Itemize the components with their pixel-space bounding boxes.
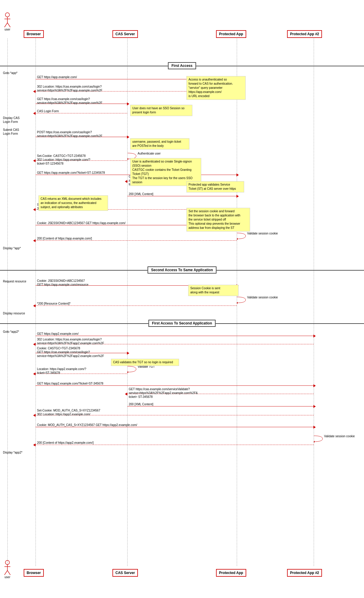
diagram-title bbox=[0, 0, 364, 4]
lifeline-browser bbox=[36, 38, 36, 566]
arrow-line bbox=[36, 240, 237, 241]
message-label: GET https://app.example.com/?ticket=ST-1… bbox=[37, 171, 105, 175]
arrow-head bbox=[236, 173, 239, 176]
section-label: Second Access To Same Application bbox=[148, 266, 217, 274]
message-label: POST https://cas.example.com/cas/login?s… bbox=[37, 130, 102, 138]
note-1: User does not have an SSO Session sopres… bbox=[130, 105, 192, 116]
arrow-line bbox=[36, 336, 314, 336]
participant-bottom-cas: CAS Server bbox=[112, 569, 138, 577]
message-label: Cookie: JSESSIONID=ABC1234567GET https:/… bbox=[37, 279, 88, 287]
message-label: 302 Location: https://cas.example.com/ca… bbox=[37, 85, 102, 92]
lifeline-cas bbox=[127, 38, 128, 566]
message-label: 302 Location: https://cas.example.com/ca… bbox=[37, 337, 104, 345]
arrow-head bbox=[33, 208, 36, 211]
arrow-line bbox=[127, 196, 237, 196]
actor-label-22: Display resource bbox=[3, 311, 25, 315]
message-label: 200 [XML Content] bbox=[129, 192, 153, 196]
arrow-head bbox=[313, 405, 316, 408]
note-5: CAS returns an XML document which includ… bbox=[38, 195, 108, 211]
actor-label-23: Goto *app2* bbox=[3, 330, 19, 334]
message-label: 200 [Content of https://app2.example.com… bbox=[37, 441, 94, 445]
self-arrow-label: Authenticate user bbox=[138, 152, 161, 155]
arrow-line bbox=[127, 406, 314, 406]
message-label: CAS Login Form bbox=[37, 109, 59, 113]
message-label: Cookie: CASTGC=TGT-2345678GET https://ca… bbox=[37, 346, 104, 358]
svg-point-5 bbox=[5, 560, 9, 565]
message-label: Location: https://app2.example.com/?tick… bbox=[37, 367, 86, 375]
participant-app2: Protected App #2 bbox=[287, 30, 322, 38]
note-4: Protected app validates ServiceTicket (S… bbox=[186, 181, 244, 192]
self-arrow-label: Validate session cookie bbox=[247, 295, 278, 299]
arrow-line bbox=[36, 113, 127, 113]
arrow-head bbox=[33, 443, 36, 446]
self-arrow-label: Validate session cookie bbox=[247, 232, 278, 235]
actor-user: user bbox=[1, 12, 13, 31]
arrow-head bbox=[313, 426, 316, 429]
actor-label-17: Display *app* bbox=[3, 246, 21, 250]
participant-bottom-app2: Protected App #2 bbox=[287, 569, 322, 577]
note-8: CAS validates the TGT so no login is req… bbox=[111, 359, 179, 366]
participant-app1: Protected App bbox=[216, 30, 246, 38]
actor-label-18: Request resource bbox=[3, 279, 26, 283]
section-label: First Access bbox=[168, 62, 196, 69]
arrow-head bbox=[236, 195, 239, 198]
section-label: First Access To Second Application bbox=[149, 320, 216, 327]
message-label: 200 [Content of https://app.example.com/… bbox=[37, 237, 92, 240]
svg-line-3 bbox=[4, 23, 7, 27]
arrow-line bbox=[36, 427, 314, 427]
svg-line-4 bbox=[7, 23, 10, 27]
message-label: GET https://cas.example.com/serviceValid… bbox=[129, 387, 198, 399]
svg-point-0 bbox=[5, 13, 9, 17]
lifeline-app2 bbox=[314, 38, 314, 566]
note-6: Set the session cookie and forwardthe br… bbox=[186, 208, 250, 232]
arrow-head bbox=[33, 372, 36, 375]
participant-browser: Browser bbox=[24, 30, 44, 38]
message-label: 200 [XML Content] bbox=[129, 402, 153, 406]
participant-bottom-browser: Browser bbox=[24, 569, 44, 577]
diagram-container: userBrowserCAS ServerProtected AppProtec… bbox=[0, 4, 364, 590]
message-label: Set-Cookie: MOD_AUTH_CAS_S=XYZ1234567302… bbox=[37, 409, 100, 416]
message-label: *200 [Resource Content]* bbox=[37, 302, 70, 306]
arrow-head bbox=[127, 102, 129, 105]
arrow-line bbox=[36, 385, 314, 386]
message-label: GET https://app.example.com/ bbox=[37, 75, 77, 79]
arrow-head bbox=[33, 90, 36, 93]
note-7: Session Cookie is sentalong with the req… bbox=[188, 285, 239, 296]
arrow-line bbox=[36, 306, 237, 306]
message-label: GET https://app2.example.com/ bbox=[37, 332, 78, 336]
message-label: GET https://cas.example.com/cas/login?se… bbox=[37, 97, 102, 105]
participant-cas: CAS Server bbox=[112, 30, 138, 38]
arrow-head bbox=[125, 180, 127, 183]
actor-label-36: Display *app2* bbox=[3, 451, 22, 454]
note-0: Access is unauthenticated soforward to C… bbox=[186, 76, 246, 100]
svg-line-8 bbox=[4, 570, 7, 575]
self-arrow-label: Validate session cookie bbox=[324, 434, 355, 438]
arrow-line bbox=[36, 445, 314, 445]
message-label: Set-Cookie: CASTGC=TGT-2345678302 Locati… bbox=[37, 154, 90, 165]
arrow-head bbox=[33, 343, 36, 346]
arrow-head bbox=[33, 414, 36, 417]
message-label: Cookie: JSESSIONID=ABC1234567 GET https:… bbox=[37, 221, 125, 225]
arrow-head bbox=[125, 393, 127, 396]
svg-line-9 bbox=[7, 570, 10, 575]
actor-label-5: Display CASLogin Form bbox=[3, 116, 20, 124]
arrow-head bbox=[127, 352, 129, 355]
message-label: Cookie: MOD_AUTH_CAS_S=XYZ1234567 GET ht… bbox=[37, 423, 137, 427]
arrow-head bbox=[33, 304, 36, 307]
actor-label-6: Submit CASLogin Form bbox=[3, 128, 19, 136]
note-2: username, password, and login ticketare … bbox=[130, 138, 189, 150]
arrow-head bbox=[313, 335, 316, 337]
arrow-head bbox=[33, 239, 36, 242]
arrow-head bbox=[33, 159, 36, 162]
arrow-head bbox=[127, 136, 129, 139]
arrow-head bbox=[313, 384, 316, 387]
actor-user: user bbox=[1, 560, 13, 579]
arrow-head bbox=[33, 112, 36, 115]
lifeline-app1 bbox=[237, 38, 237, 566]
message-label: GET https://app2.example.com/?ticket=ST-… bbox=[37, 382, 103, 385]
participant-bottom-app1: Protected App bbox=[216, 569, 246, 577]
actor-label-0: Goto *app* bbox=[3, 71, 17, 75]
